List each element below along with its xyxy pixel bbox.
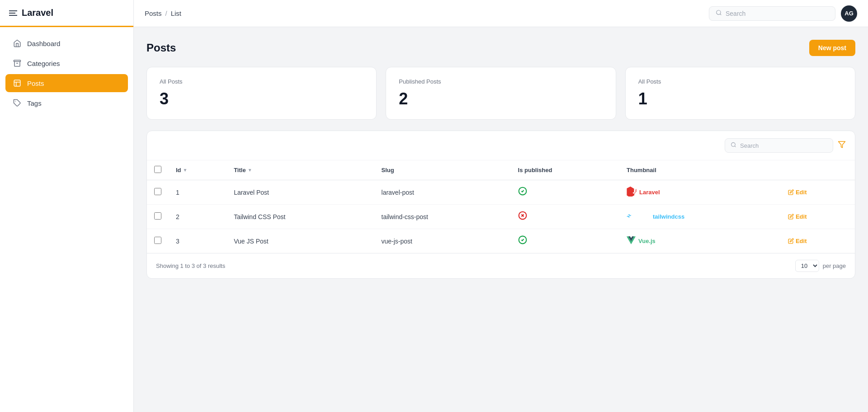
stat-card-all-posts-2: All Posts 1 bbox=[625, 67, 855, 120]
svg-rect-0 bbox=[14, 60, 21, 61]
search-input[interactable] bbox=[726, 10, 829, 17]
breadcrumb-separator: / bbox=[165, 9, 167, 17]
row-is-published bbox=[511, 229, 619, 253]
sidebar-item-posts[interactable]: Posts bbox=[5, 74, 128, 92]
row-checkbox-cell bbox=[147, 180, 169, 205]
published-no-icon bbox=[518, 213, 527, 222]
thumbnail-icon bbox=[627, 213, 650, 220]
stats-row: All Posts 3 Published Posts 2 All Posts … bbox=[146, 67, 855, 120]
page-header: Posts New post bbox=[146, 40, 855, 56]
col-slug: Slug bbox=[374, 160, 511, 180]
file-icon bbox=[13, 79, 22, 88]
svg-point-5 bbox=[731, 143, 736, 147]
edit-button[interactable]: Edit bbox=[788, 213, 807, 220]
filter-icon[interactable] bbox=[838, 140, 846, 151]
row-id: 1 bbox=[169, 180, 226, 205]
row-title: Vue JS Post bbox=[226, 229, 374, 253]
published-yes-icon bbox=[518, 237, 527, 246]
sidebar: Laravel Dashboard Categories Posts bbox=[0, 0, 134, 412]
edit-button[interactable]: Edit bbox=[788, 189, 807, 196]
sort-arrow-id: ▼ bbox=[183, 168, 188, 173]
breadcrumb: Posts / List bbox=[145, 9, 703, 17]
row-checkbox[interactable] bbox=[154, 212, 161, 220]
app-title: Laravel bbox=[22, 8, 53, 18]
topbar: Posts / List AG bbox=[134, 0, 868, 27]
home-icon bbox=[13, 39, 22, 48]
table-search-input[interactable] bbox=[740, 142, 827, 149]
svg-line-4 bbox=[720, 14, 722, 15]
table-footer: Showing 1 to 3 of 3 results 10 25 50 per… bbox=[147, 253, 855, 278]
main-area: Posts / List AG Posts New post All Posts… bbox=[134, 0, 868, 412]
posts-table: Id ▼ Title ▼ Slug bbox=[147, 160, 855, 253]
row-checkbox-cell bbox=[147, 205, 169, 229]
row-title: Laravel Post bbox=[226, 180, 374, 205]
breadcrumb-posts: Posts bbox=[145, 9, 162, 17]
menu-icon[interactable] bbox=[9, 10, 17, 16]
row-actions: Edit bbox=[781, 205, 855, 229]
stat-value: 1 bbox=[638, 89, 842, 108]
row-thumbnail: Vue.js bbox=[619, 229, 781, 253]
tag-icon bbox=[13, 98, 22, 108]
stat-label: All Posts bbox=[160, 78, 363, 85]
per-page-dropdown[interactable]: 10 25 50 bbox=[795, 260, 819, 272]
sidebar-item-tags[interactable]: Tags bbox=[5, 94, 128, 112]
row-actions: Edit bbox=[781, 229, 855, 253]
stat-card-published-posts: Published Posts 2 bbox=[386, 67, 616, 120]
table-row: 1 Laravel Post laravel-post Laravel Edit bbox=[147, 180, 855, 205]
row-is-published bbox=[511, 180, 619, 205]
thumbnail-icon bbox=[627, 236, 636, 246]
avatar[interactable]: AG bbox=[841, 5, 857, 22]
search-icon bbox=[716, 9, 722, 18]
table-row: 2 Tailwind CSS Post tailwind-css-post ta… bbox=[147, 205, 855, 229]
archive-icon bbox=[13, 59, 22, 68]
table-card: Id ▼ Title ▼ Slug bbox=[146, 131, 855, 279]
stat-label: All Posts bbox=[638, 78, 842, 85]
row-thumbnail: Laravel bbox=[619, 180, 781, 205]
thumbnail-label: Vue.js bbox=[638, 238, 656, 244]
row-checkbox-cell bbox=[147, 229, 169, 253]
select-all-checkbox[interactable] bbox=[154, 166, 161, 173]
sidebar-item-label: Posts bbox=[27, 80, 44, 87]
topbar-search-box[interactable] bbox=[709, 6, 835, 21]
published-yes-icon bbox=[518, 188, 527, 197]
svg-marker-7 bbox=[839, 141, 845, 148]
row-slug: laravel-post bbox=[374, 180, 511, 205]
stat-card-all-posts: All Posts 3 bbox=[146, 67, 377, 120]
stat-label: Published Posts bbox=[399, 78, 603, 85]
sort-title[interactable]: Title ▼ bbox=[234, 167, 367, 173]
sidebar-nav: Dashboard Categories Posts Tags bbox=[0, 27, 133, 119]
sidebar-item-categories[interactable]: Categories bbox=[5, 54, 128, 72]
svg-point-3 bbox=[717, 10, 721, 14]
per-page-label: per page bbox=[823, 262, 846, 269]
search-icon bbox=[731, 141, 736, 150]
thumbnail-label: tailwindcss bbox=[653, 213, 684, 220]
sidebar-item-label: Tags bbox=[27, 99, 42, 107]
col-is-published: Is published bbox=[511, 160, 619, 180]
row-id: 3 bbox=[169, 229, 226, 253]
sidebar-item-label: Categories bbox=[27, 60, 60, 67]
sort-arrow-title: ▼ bbox=[248, 168, 252, 173]
showing-text: Showing 1 to 3 of 3 results bbox=[156, 262, 225, 269]
sidebar-item-label: Dashboard bbox=[27, 40, 60, 47]
select-all-header bbox=[147, 160, 169, 180]
content-area: Posts New post All Posts 3 Published Pos… bbox=[134, 27, 868, 412]
edit-button[interactable]: Edit bbox=[788, 238, 807, 244]
sidebar-item-dashboard[interactable]: Dashboard bbox=[5, 34, 128, 52]
thumbnail-label: Laravel bbox=[639, 189, 660, 196]
thumbnail-icon bbox=[627, 187, 637, 198]
col-actions bbox=[781, 160, 855, 180]
row-checkbox[interactable] bbox=[154, 188, 161, 195]
row-slug: vue-js-post bbox=[374, 229, 511, 253]
row-title: Tailwind CSS Post bbox=[226, 205, 374, 229]
stat-value: 2 bbox=[399, 89, 603, 108]
sidebar-header: Laravel bbox=[0, 0, 133, 27]
col-thumbnail: Thumbnail bbox=[619, 160, 781, 180]
table-toolbar bbox=[147, 131, 855, 160]
col-id: Id ▼ bbox=[169, 160, 226, 180]
row-checkbox[interactable] bbox=[154, 237, 161, 244]
new-post-button[interactable]: New post bbox=[809, 40, 855, 56]
sort-id[interactable]: Id ▼ bbox=[176, 167, 219, 173]
col-title: Title ▼ bbox=[226, 160, 374, 180]
table-search-box[interactable] bbox=[725, 138, 833, 153]
row-is-published bbox=[511, 205, 619, 229]
